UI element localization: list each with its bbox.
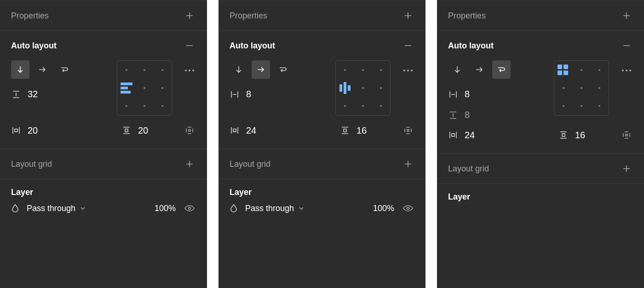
align-middle-left[interactable] bbox=[336, 79, 354, 97]
align-middle-left[interactable] bbox=[117, 79, 135, 97]
align-top-right[interactable] bbox=[154, 61, 172, 79]
direction-horizontal-button[interactable] bbox=[33, 60, 52, 79]
direction-horizontal-button[interactable] bbox=[470, 60, 489, 79]
direction-horizontal-button[interactable] bbox=[252, 60, 270, 79]
direction-vertical-button[interactable] bbox=[230, 60, 248, 79]
align-middle-right[interactable] bbox=[154, 79, 172, 97]
padding-horizontal-field[interactable]: 24 bbox=[230, 125, 271, 136]
remove-autolayout-button[interactable] bbox=[402, 39, 414, 52]
minus-icon bbox=[622, 41, 631, 50]
remove-autolayout-button[interactable] bbox=[183, 39, 196, 52]
align-top-left[interactable] bbox=[336, 61, 354, 79]
align-middle-right[interactable] bbox=[591, 79, 609, 97]
add-property-button[interactable] bbox=[620, 9, 633, 22]
svg-point-7 bbox=[407, 207, 409, 210]
align-top-right[interactable] bbox=[591, 61, 609, 79]
svg-rect-1 bbox=[125, 129, 128, 132]
opacity-field[interactable]: 100% bbox=[365, 204, 394, 213]
align-bottom-center[interactable] bbox=[135, 97, 153, 115]
add-layoutgrid-button[interactable] bbox=[183, 158, 196, 170]
align-middle-left[interactable] bbox=[554, 79, 572, 97]
plus-icon bbox=[185, 12, 194, 20]
alignment-grid[interactable] bbox=[335, 60, 391, 116]
individual-padding-button[interactable] bbox=[620, 129, 633, 141]
padding-vertical-field[interactable]: 16 bbox=[558, 130, 600, 141]
padding-horizontal-icon bbox=[448, 130, 458, 140]
align-bottom-center[interactable] bbox=[572, 97, 590, 115]
alignment-indicator-icon bbox=[121, 82, 132, 94]
align-bottom-left[interactable] bbox=[336, 97, 354, 115]
align-top-left[interactable] bbox=[117, 61, 135, 79]
arrow-right-icon bbox=[475, 65, 483, 74]
properties-section: Properties bbox=[0, 0, 207, 30]
ellipsis-icon bbox=[622, 70, 631, 71]
align-top-center[interactable] bbox=[572, 61, 590, 79]
svg-rect-2 bbox=[189, 129, 190, 131]
layer-section: Layer bbox=[437, 183, 644, 210]
opacity-field[interactable]: 100% bbox=[146, 204, 176, 213]
align-bottom-left[interactable] bbox=[554, 97, 572, 115]
properties-section: Properties bbox=[437, 0, 644, 30]
minus-icon bbox=[185, 41, 194, 50]
padding-horizontal-field[interactable]: 20 bbox=[11, 125, 52, 136]
layoutgrid-section: Layout grid bbox=[0, 149, 207, 179]
align-middle-right[interactable] bbox=[372, 79, 390, 97]
remove-autolayout-button[interactable] bbox=[620, 39, 633, 52]
blend-mode-select[interactable]: Pass through bbox=[27, 204, 139, 213]
arrow-down-icon bbox=[453, 65, 461, 74]
plus-icon bbox=[622, 165, 631, 173]
properties-title: Properties bbox=[11, 11, 49, 21]
layoutgrid-section: Layout grid bbox=[218, 149, 426, 179]
direction-vertical-button[interactable] bbox=[448, 60, 466, 79]
align-top-right[interactable] bbox=[372, 61, 390, 79]
column-gap-field[interactable]: 8 bbox=[448, 89, 554, 100]
align-bottom-right[interactable] bbox=[372, 97, 390, 115]
wrap-icon bbox=[278, 65, 288, 74]
align-top-center[interactable] bbox=[354, 61, 372, 79]
align-bottom-left[interactable] bbox=[117, 97, 135, 115]
row-gap-field[interactable]: 8 bbox=[448, 110, 554, 120]
direction-wrap-button[interactable] bbox=[492, 60, 511, 79]
align-middle-center[interactable] bbox=[354, 79, 372, 97]
autolayout-more-button[interactable] bbox=[402, 64, 414, 77]
properties-title: Properties bbox=[448, 11, 486, 21]
visibility-toggle[interactable] bbox=[183, 202, 196, 215]
padding-vertical-field[interactable]: 16 bbox=[340, 125, 381, 136]
add-layoutgrid-button[interactable] bbox=[402, 158, 414, 170]
autolayout-section: Auto layout bbox=[218, 30, 426, 149]
layer-title: Layer bbox=[448, 192, 470, 202]
plus-icon bbox=[622, 12, 631, 20]
align-bottom-right[interactable] bbox=[591, 97, 609, 115]
blend-mode-select[interactable]: Pass through bbox=[245, 204, 357, 213]
direction-wrap-button[interactable] bbox=[274, 60, 292, 79]
individual-padding-button[interactable] bbox=[402, 124, 414, 137]
layoutgrid-section: Layout grid bbox=[437, 153, 644, 183]
add-property-button[interactable] bbox=[183, 9, 196, 22]
alignment-grid[interactable] bbox=[554, 60, 609, 116]
padding-horizontal-field[interactable]: 24 bbox=[448, 130, 489, 141]
align-bottom-right[interactable] bbox=[154, 97, 172, 115]
align-top-left[interactable] bbox=[554, 61, 572, 79]
ellipsis-icon bbox=[403, 70, 413, 71]
gap-field[interactable]: 32 bbox=[11, 89, 117, 100]
arrow-down-icon bbox=[16, 65, 24, 74]
inspector-panel-3: Properties Auto layout bbox=[437, 0, 644, 288]
padding-vertical-field[interactable]: 20 bbox=[121, 125, 163, 136]
alignment-grid[interactable] bbox=[117, 60, 172, 116]
layer-title: Layer bbox=[11, 188, 33, 197]
autolayout-more-button[interactable] bbox=[620, 64, 633, 77]
gap-field[interactable]: 8 bbox=[230, 89, 335, 100]
add-property-button[interactable] bbox=[402, 9, 414, 22]
individual-padding-button[interactable] bbox=[183, 124, 196, 137]
autolayout-more-button[interactable] bbox=[183, 64, 196, 77]
direction-buttons bbox=[448, 60, 554, 79]
direction-wrap-button[interactable] bbox=[55, 60, 74, 79]
padding-vertical-icon bbox=[340, 125, 350, 135]
align-middle-center[interactable] bbox=[135, 79, 153, 97]
add-layoutgrid-button[interactable] bbox=[620, 162, 633, 175]
direction-vertical-button[interactable] bbox=[11, 60, 29, 79]
align-middle-center[interactable] bbox=[572, 79, 590, 97]
visibility-toggle[interactable] bbox=[402, 202, 414, 215]
align-top-center[interactable] bbox=[135, 61, 153, 79]
align-bottom-center[interactable] bbox=[354, 97, 372, 115]
